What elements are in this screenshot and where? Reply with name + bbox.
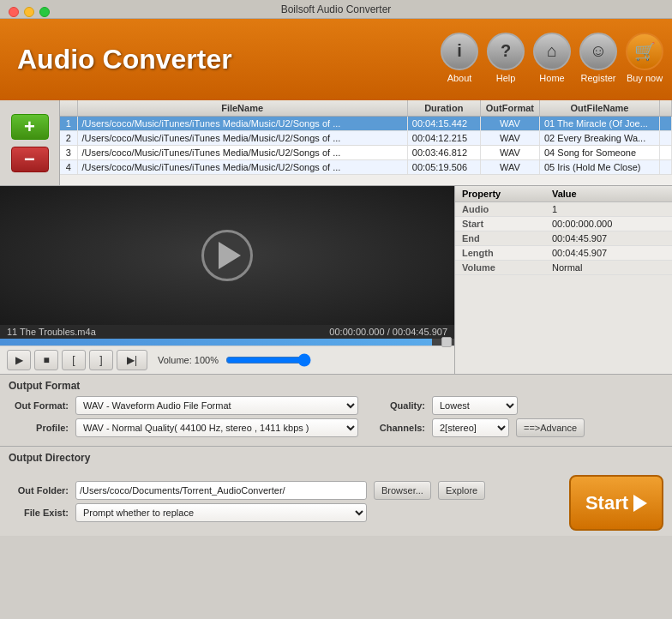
track-name: 11 The Troubles.m4a: [7, 327, 96, 337]
progress-bar-thumb[interactable]: [441, 337, 452, 347]
help-label: Help: [496, 73, 516, 83]
property-row: Start 00:00:000.000: [455, 217, 672, 231]
volume-label: Volume: 100%: [158, 355, 219, 365]
quality-select[interactable]: Lowest: [432, 396, 518, 415]
row-num: 1: [60, 117, 77, 131]
output-format-section: Output Format Out Format: WAV - Waveform…: [0, 375, 672, 447]
col-outformat: OutFormat: [480, 100, 539, 117]
prop-value: 00:04:45.907: [545, 231, 672, 246]
minimize-button[interactable]: [24, 7, 34, 17]
profile-row: Profile: WAV - Normal Quality( 44100 Hz,…: [9, 418, 663, 437]
table-row[interactable]: 1 /Users/coco/Music/iTunes/iTunes Media/…: [60, 117, 672, 131]
row-filename: /Users/coco/Music/iTunes/iTunes Media/Mu…: [77, 117, 407, 131]
row-outfilename: 05 Iris (Hold Me Close): [540, 160, 660, 175]
out-folder-input[interactable]: [75, 481, 367, 500]
row-scroll-spacer: [660, 117, 672, 131]
register-button[interactable]: ☺ Register: [579, 33, 617, 83]
remove-file-button[interactable]: −: [11, 147, 49, 172]
output-directory-section: Output Directory Out Folder: Browser... …: [0, 447, 672, 536]
prop-key: Audio: [455, 202, 545, 217]
controls-bar: ▶ ■ [ ] ▶| Volume: 100%: [0, 346, 454, 374]
help-button[interactable]: ? Help: [487, 33, 525, 83]
prop-value: 00:00:000.000: [545, 217, 672, 231]
advance-button[interactable]: ==>Advance: [516, 418, 585, 437]
file-exist-select[interactable]: Prompt whether to replace: [75, 503, 367, 522]
table-row[interactable]: 4 /Users/coco/Music/iTunes/iTunes Media/…: [60, 160, 672, 175]
add-file-button[interactable]: +: [11, 114, 49, 140]
header: Audio Converter i About ? Help ⌂ Home ☺ …: [0, 19, 672, 100]
outformat-select[interactable]: WAV - Waveform Audio File Format: [75, 396, 358, 415]
output-directory-title: Output Directory: [9, 452, 663, 464]
current-time: 00:00:00.000: [329, 327, 384, 337]
bottom-left: Out Folder: Browser... Explore File Exis…: [9, 481, 559, 522]
stop-button[interactable]: ■: [34, 350, 58, 370]
play-button[interactable]: ▶: [7, 350, 31, 370]
prop-key: Start: [455, 217, 545, 231]
profile-select[interactable]: WAV - Normal Quality( 44100 Hz, stereo ,…: [75, 418, 358, 437]
row-outfilename: 01 The Miracle (Of Joe...: [540, 117, 660, 131]
prop-value: 00:04:45.907: [545, 246, 672, 261]
about-icon: i: [441, 33, 478, 70]
row-scroll-spacer: [660, 146, 672, 160]
row-outformat: WAV: [480, 117, 539, 131]
about-label: About: [447, 73, 472, 83]
play-overlay-button[interactable]: [201, 230, 253, 281]
channels-select[interactable]: 2[stereo]: [432, 418, 509, 437]
row-filename: /Users/coco/Music/iTunes/iTunes Media/Mu…: [77, 131, 407, 146]
mark-in-button[interactable]: [: [62, 350, 86, 370]
volume-slider[interactable]: [225, 353, 311, 367]
file-exist-label: File Exist:: [9, 508, 69, 518]
property-row: Audio 1: [455, 202, 672, 217]
home-icon: ⌂: [533, 33, 571, 70]
row-outformat: WAV: [480, 146, 539, 160]
profile-label: Profile:: [9, 423, 69, 433]
home-button[interactable]: ⌂ Home: [533, 33, 571, 83]
prop-key: End: [455, 231, 545, 246]
explore-button[interactable]: Explore: [438, 481, 485, 500]
middle-section: 11 The Troubles.m4a 00:00:00.000 / 00:04…: [0, 186, 672, 375]
home-label: Home: [539, 73, 564, 83]
row-filename: /Users/coco/Music/iTunes/iTunes Media/Mu…: [77, 146, 407, 160]
start-label: Start: [585, 492, 628, 514]
quality-label: Quality:: [365, 400, 425, 411]
mark-out-button[interactable]: ]: [89, 350, 113, 370]
scroll-spacer: [660, 100, 672, 117]
maximize-button[interactable]: [39, 7, 50, 17]
start-button[interactable]: Start: [569, 475, 663, 531]
prop-col-property: Property: [455, 186, 545, 202]
row-outformat: WAV: [480, 131, 539, 146]
col-duration: Duration: [407, 100, 480, 117]
progress-bar[interactable]: [0, 339, 454, 346]
property-row: Length 00:04:45.907: [455, 246, 672, 261]
table-row[interactable]: 3 /Users/coco/Music/iTunes/iTunes Media/…: [60, 146, 672, 160]
browser-button[interactable]: Browser...: [374, 481, 431, 500]
title-bar: Boilsoft Audio Converter: [0, 0, 672, 19]
channels-label: Channels:: [365, 423, 425, 433]
prop-value: Normal: [545, 261, 672, 275]
start-area: Start: [559, 472, 663, 531]
prop-key: Volume: [455, 261, 545, 275]
row-duration: 00:04:15.442: [407, 117, 480, 131]
outformat-row: Out Format: WAV - Waveform Audio File Fo…: [9, 396, 663, 415]
col-num: [60, 100, 77, 117]
buy-now-icon: 🛒: [626, 33, 663, 70]
row-num: 3: [60, 146, 77, 160]
window-title: Boilsoft Audio Converter: [281, 3, 392, 15]
progress-bar-fill: [0, 339, 432, 346]
row-scroll-spacer: [660, 131, 672, 146]
property-row: Volume Normal: [455, 261, 672, 275]
table-row[interactable]: 2 /Users/coco/Music/iTunes/iTunes Media/…: [60, 131, 672, 146]
close-button[interactable]: [9, 7, 19, 17]
about-button[interactable]: i About: [441, 33, 478, 83]
col-filename: FileName: [77, 100, 407, 117]
out-folder-row: Out Folder: Browser... Explore: [9, 481, 559, 500]
buy-now-button[interactable]: 🛒 Buy now: [626, 33, 663, 83]
row-outfilename: 04 Song for Someone: [540, 146, 660, 160]
video-info-bar: 11 The Troubles.m4a 00:00:00.000 / 00:04…: [0, 325, 454, 339]
file-exist-row: File Exist: Prompt whether to replace: [9, 503, 559, 522]
register-label: Register: [581, 73, 616, 83]
row-outfilename: 02 Every Breaking Wa...: [540, 131, 660, 146]
time-display: 00:00:00.000 / 00:04:45.907: [329, 327, 447, 337]
buy-now-label: Buy now: [627, 73, 663, 83]
clip-button[interactable]: ▶|: [117, 350, 147, 370]
